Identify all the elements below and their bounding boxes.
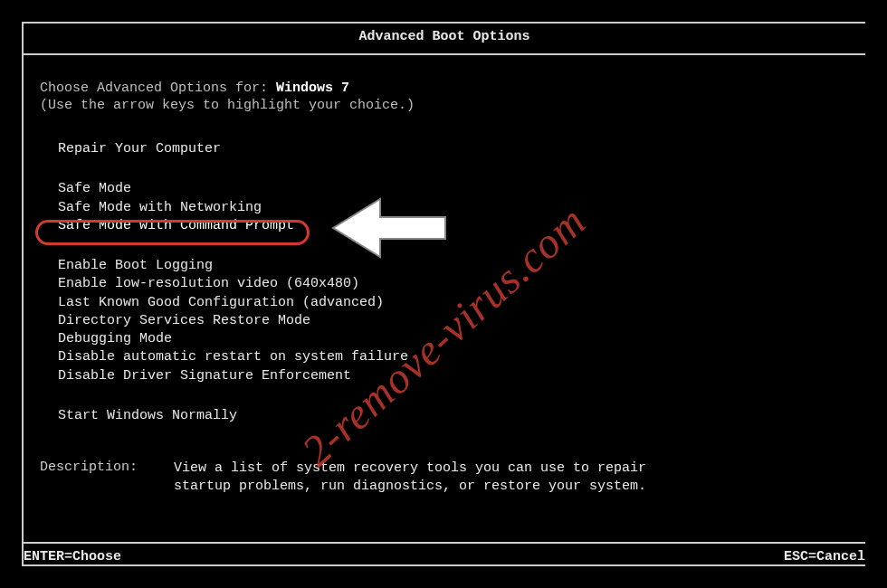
menu-safe-mode[interactable]: Safe Mode — [58, 180, 849, 198]
hint-line: (Use the arrow keys to highlight your ch… — [40, 98, 849, 113]
description-text: View a list of system recovery tools you… — [174, 460, 663, 497]
menu-directory-services-restore[interactable]: Directory Services Restore Mode — [58, 312, 849, 330]
description-label: Description: — [40, 460, 138, 497]
menu-repair-your-computer[interactable]: Repair Your Computer — [58, 140, 849, 158]
screen-title: Advanced Boot Options — [24, 24, 865, 55]
menu-enable-boot-logging[interactable]: Enable Boot Logging — [58, 257, 849, 275]
description-block: Description: View a list of system recov… — [40, 460, 849, 497]
arrow-left-icon — [326, 192, 453, 264]
svg-marker-0 — [333, 199, 445, 257]
menu-last-known-good[interactable]: Last Known Good Configuration (advanced) — [58, 294, 849, 312]
os-name: Windows 7 — [276, 81, 349, 96]
menu-debugging-mode[interactable]: Debugging Mode — [58, 330, 849, 348]
menu-start-windows-normally[interactable]: Start Windows Normally — [58, 407, 849, 425]
menu-safe-mode-networking[interactable]: Safe Mode with Networking — [58, 199, 849, 217]
menu-safe-mode-command-prompt[interactable]: Safe Mode with Command Prompt — [58, 217, 294, 235]
menu-disable-driver-sig[interactable]: Disable Driver Signature Enforcement — [58, 367, 849, 385]
menu-group-repair: Repair Your Computer — [40, 140, 849, 158]
footer-enter: ENTER=Choose — [24, 549, 121, 564]
menu-low-res-video[interactable]: Enable low-resolution video (640x480) — [58, 275, 849, 293]
footer-esc: ESC=Cancel — [784, 549, 865, 564]
menu-group-advanced: Enable Boot Logging Enable low-resolutio… — [40, 257, 849, 385]
menu-group-normal: Start Windows Normally — [40, 407, 849, 425]
footer-bar: ENTER=Choose ESC=Cancel — [24, 542, 865, 564]
menu-disable-auto-restart[interactable]: Disable automatic restart on system fail… — [58, 348, 849, 366]
choose-prefix: Choose Advanced Options for: — [40, 81, 276, 96]
boot-options-frame: Advanced Boot Options Choose Advanced Op… — [22, 22, 865, 566]
choose-line: Choose Advanced Options for: Windows 7 — [40, 81, 849, 96]
